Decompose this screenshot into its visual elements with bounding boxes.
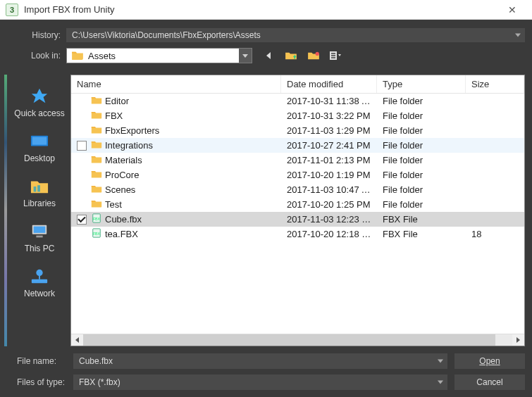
place-quick[interactable]: Quick access [14,87,64,118]
place-desktop[interactable]: Desktop [24,132,55,163]
col-type[interactable]: Type [377,75,466,93]
folder-icon [91,198,102,210]
row-checkbox[interactable] [77,215,87,225]
file-date: 2017-10-31 11:38 AM [281,96,377,106]
scroll-right-arrow[interactable] [512,334,524,346]
file-row[interactable]: Scenes2017-11-03 10:47 AMFile folder [71,182,524,197]
lookin-chevron[interactable] [239,49,252,63]
filename-label: File name: [7,356,66,366]
fbx-file-icon: FBX [91,213,102,225]
history-path: C:\Users\Viktoria\Documents\FbxExporters… [72,30,261,40]
file-row[interactable]: Editor2017-10-31 11:38 AMFile folder [71,94,524,108]
file-rows[interactable]: Editor2017-10-31 11:38 AMFile folderFBX2… [71,94,524,334]
file-row[interactable]: FBX2017-10-31 3:22 PMFile folder [71,108,524,123]
folder-icon [91,154,102,166]
place-network[interactable]: Network [24,267,55,298]
svg-rect-8 [37,185,40,191]
file-type: File folder [377,155,466,165]
folder-icon [71,50,84,62]
views-button[interactable] [328,48,344,63]
horizontal-scrollbar[interactable] [71,334,524,346]
file-row[interactable]: Integrations2017-10-27 2:41 PMFile folde… [71,138,524,153]
file-row[interactable]: FBXtea.FBX2017-10-20 12:18 PMFBX File18 [71,227,524,241]
file-list-area: Name Date modified Type Size Editor2017-… [70,75,525,346]
bottom-bar: File name: Cube.fbx Open Files of type: … [0,346,532,397]
file-row[interactable]: ProCore2017-10-20 1:19 PMFile folder [71,168,524,182]
file-size: 18 [466,229,524,239]
filename-combo[interactable]: Cube.fbx [73,353,447,369]
scroll-thumb[interactable] [83,334,495,346]
row-checkbox[interactable] [77,141,87,151]
file-date: 2017-10-20 12:18 PM [281,229,377,239]
new-folder-button[interactable] [306,48,321,63]
lookin-combo[interactable]: Assets [66,48,252,63]
history-label: History: [7,30,66,40]
scroll-track[interactable] [83,334,512,346]
place-libraries[interactable]: Libraries [23,177,56,208]
file-date: 2017-10-27 2:41 PM [281,140,377,151]
place-label: This PC [25,244,55,253]
window-title: Import FBX from Unity [24,4,498,15]
file-type: File folder [377,199,466,210]
history-combo[interactable]: C:\Users\Viktoria\Documents\FbxExporters… [66,28,525,42]
file-name: Scenes [105,184,135,195]
file-type: FBX File [377,229,466,239]
top-controls: History: C:\Users\Viktoria\Documents\Fbx… [0,20,532,75]
col-date[interactable]: Date modified [281,75,377,93]
svg-rect-6 [32,137,47,145]
column-headers: Name Date modified Type Size [71,75,524,94]
svg-rect-3 [331,55,335,56]
svg-rect-2 [331,53,335,54]
file-name: Cube.fbx [105,214,142,225]
folder-icon [91,184,102,196]
chevron-down-icon [438,360,443,363]
folder-icon [91,169,102,181]
file-date: 2017-10-31 3:22 PM [281,111,377,121]
svg-rect-13 [32,279,47,284]
svg-text:FBX: FBX [93,232,101,236]
file-type: File folder [377,140,466,151]
place-label: Libraries [23,198,56,208]
back-button[interactable] [261,48,276,63]
col-name[interactable]: Name [71,75,281,93]
file-type: File folder [377,125,466,136]
open-button[interactable]: Open [454,353,525,369]
file-date: 2017-11-03 10:47 AM [281,184,377,195]
filetype-combo[interactable]: FBX (*.fbx) [73,374,447,390]
scroll-left-arrow[interactable] [71,334,83,346]
file-row[interactable]: Materials2017-11-01 2:13 PMFile folder [71,153,524,168]
titlebar: 3 Import FBX from Unity ✕ [0,0,532,20]
file-name: FbxExporters [105,125,159,136]
file-type: File folder [377,111,466,121]
left-strip [4,75,7,346]
svg-rect-7 [34,187,37,191]
place-label: Quick access [14,108,64,118]
lookin-label: Look in: [7,51,66,61]
file-row[interactable]: FBXCube.fbx2017-11-03 12:23 PMFBX File [71,212,524,227]
cancel-button[interactable]: Cancel [454,374,525,390]
file-date: 2017-10-20 1:19 PM [281,170,377,180]
fbx-file-icon: FBX [91,228,102,240]
up-folder-button[interactable] [283,48,299,63]
file-name: tea.FBX [105,229,138,239]
folder-icon [91,125,102,137]
file-row[interactable]: Test2017-10-20 1:25 PMFile folder [71,197,524,212]
folder-icon [91,95,102,107]
places-bar: Quick accessDesktopLibrariesThis PCNetwo… [8,75,70,346]
close-button[interactable]: ✕ [498,0,526,20]
file-date: 2017-11-03 12:23 PM [281,214,377,225]
file-name: FBX [105,111,123,121]
place-label: Network [24,289,55,298]
filetype-value: FBX (*.fbx) [79,377,120,387]
svg-rect-11 [36,236,42,238]
col-size[interactable]: Size [466,75,524,93]
file-date: 2017-10-20 1:25 PM [281,199,377,210]
place-thispc[interactable]: This PC [25,222,55,253]
file-name: Test [105,199,122,210]
svg-text:FBX: FBX [93,217,101,221]
filename-value: Cube.fbx [79,356,113,366]
app-icon: 3 [6,4,18,16]
file-date: 2017-11-03 1:29 PM [281,125,377,136]
file-row[interactable]: FbxExporters2017-11-03 1:29 PMFile folde… [71,123,524,138]
file-name: Materials [105,155,142,165]
